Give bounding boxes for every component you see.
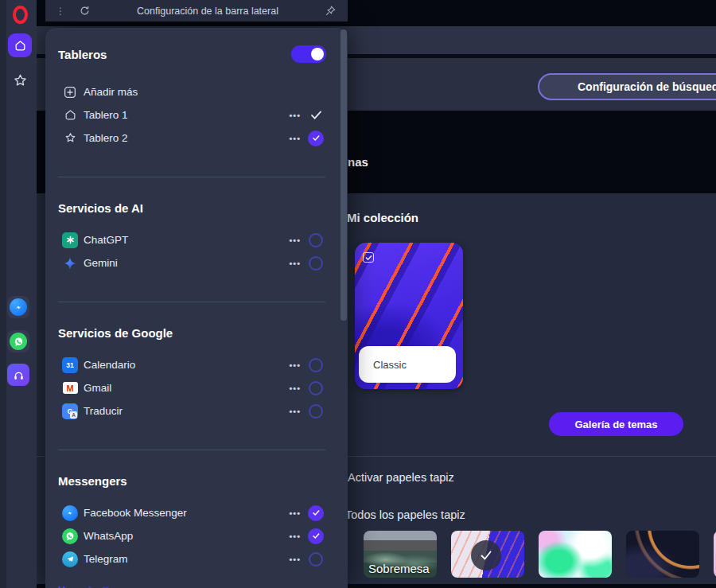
item-options-icon[interactable]: ••• [289,508,301,518]
see-more-link[interactable]: Ver más ▼ [58,584,348,588]
whatsapp-icon [62,528,78,544]
chatgpt-item[interactable]: ChatGPT ••• [45,228,348,251]
gemini-item[interactable]: Gemini ••• [45,251,348,275]
gmail-item[interactable]: M Gmail ••• [45,376,348,399]
section-messengers: Messengers [45,470,348,491]
add-more-item[interactable]: Añadir más [45,80,348,103]
home-board-icon [62,107,78,123]
wallpaper-thumb-galaxy[interactable] [626,531,699,578]
enable-wallpapers-label: Activar papeles tapiz [348,471,454,484]
reload-icon[interactable] [74,3,95,19]
theme-gallery-button[interactable]: Galería de temas [549,412,683,436]
all-wallpapers-label: Todos los papeles tapiz [345,508,465,521]
sidebar-whatsapp-button[interactable] [7,330,29,352]
facebook-messenger-item[interactable]: Facebook Messenger ••• [45,501,348,524]
panel-titlebar: ⋮ Configuración de la barra lateral [45,0,348,21]
google-translate-icon: G A [62,403,78,419]
messenger-check[interactable] [308,505,324,521]
gmail-icon: M [62,380,78,396]
chatgpt-check[interactable] [308,232,324,248]
sidebar-setup-panel: Tableros Añadir más Tablero 1 ••• [45,28,348,588]
kebab-menu-icon[interactable]: ⋮ [53,6,68,16]
section-heading: Messengers [58,474,326,488]
whatsapp-item[interactable]: WhatsApp ••• [45,524,348,547]
tableros-toggle[interactable] [291,45,326,63]
tablero-1-item[interactable]: Tablero 1 ••• [45,103,348,127]
wallpaper-thumbnails: Sobremesa [364,531,716,578]
toggle-knob [311,48,324,60]
pin-icon[interactable] [321,3,340,19]
panel-divider [58,302,325,302]
app-sidebar [0,0,37,588]
section-tableros: Tableros [45,44,348,64]
wallpaper-thumb-aurora[interactable] [539,531,612,578]
item-options-icon[interactable]: ••• [289,555,301,564]
panel-divider [58,177,325,177]
section-heading: Servicios de Google [58,326,326,340]
plus-square-icon [62,84,78,100]
translate-item[interactable]: G A Traducir ••• [45,399,348,423]
telegram-item[interactable]: Telegram ••• [45,547,348,570]
my-collection-heading: Mi colección [347,211,418,224]
section-heading: Tableros [58,48,291,61]
panel-title: Configuración de la barra lateral [95,6,321,17]
item-options-icon[interactable]: ••• [289,407,301,416]
gemini-icon [62,255,78,271]
tablero-1-check[interactable] [308,107,324,123]
item-options-icon[interactable]: ••• [289,236,301,245]
item-options-icon[interactable]: ••• [289,532,301,541]
search-settings-button[interactable]: Configuración de búsqueda [538,73,716,100]
google-calendar-icon: 31 [62,357,78,373]
sidebar-player-button[interactable] [7,364,29,386]
messenger-icon [62,505,78,521]
opera-logo[interactable] [13,6,28,24]
translate-check[interactable] [308,403,324,419]
star-board-icon [62,130,78,146]
panel-scrollbar-thumb[interactable] [340,29,347,321]
search-settings-label: Configuración de búsqueda [578,80,716,93]
section-google: Servicios de Google [45,322,348,343]
wallpaper-thumb-sobremesa[interactable]: Sobremesa [364,531,437,578]
selected-check-icon [471,540,501,570]
telegram-icon [62,551,78,567]
theme-checkbox-icon[interactable] [363,252,374,263]
gmail-check[interactable] [308,380,324,396]
theme-card-classic[interactable]: Classic [355,243,463,389]
telegram-check[interactable] [308,551,324,567]
calendar-item[interactable]: 31 Calendario ••• [45,353,348,376]
wallpaper-name-label: Sobremesa [368,562,430,575]
item-options-icon[interactable]: ••• [289,259,301,268]
item-options-icon[interactable]: ••• [289,360,301,370]
item-options-icon[interactable]: ••• [289,384,301,393]
item-options-icon[interactable]: ••• [289,134,301,143]
item-options-icon[interactable]: ••• [289,111,301,120]
sidebar-board-1-button[interactable] [8,33,32,57]
themes-tab-label-fragment: nas [348,155,368,169]
tablero-2-item[interactable]: Tablero 2 ••• [45,127,348,150]
panel-divider [58,450,325,450]
sidebar-messenger-button[interactable] [7,296,29,318]
gemini-check[interactable] [308,255,324,271]
section-ai: Servicios de AI [45,197,348,218]
tablero-2-check[interactable] [308,130,324,146]
whatsapp-check[interactable] [308,528,324,544]
theme-name-label: Classic [359,346,456,383]
sidebar-board-2-button[interactable] [10,71,29,90]
wallpaper-thumb-selected[interactable] [451,531,524,578]
calendar-check[interactable] [308,357,324,373]
section-heading: Servicios de AI [58,201,326,215]
chatgpt-icon [62,232,78,248]
